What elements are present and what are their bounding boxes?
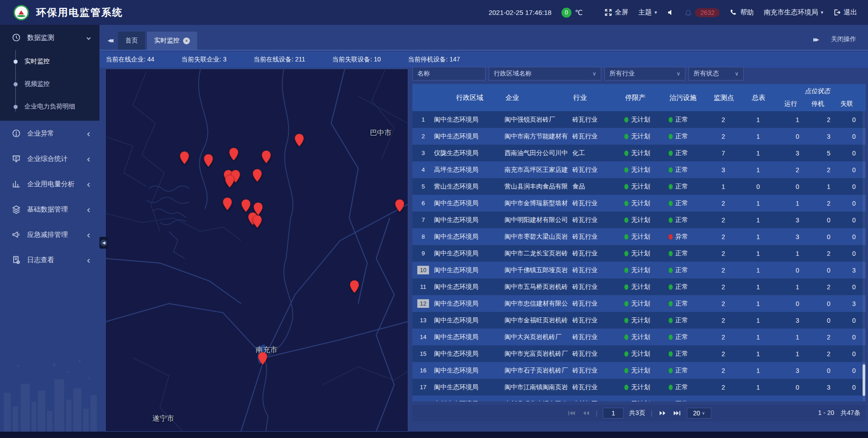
sidebar-item-layers[interactable]: 基础数据管理 [0, 197, 99, 222]
status-filter-select[interactable]: 所有状态∨ [689, 67, 744, 80]
last-page-button[interactable] [672, 410, 681, 417]
table-row[interactable]: 13阆中生态环境局阆中市金福旺页岩机砖砖瓦行业无计划正常21300 [412, 312, 866, 329]
map-pin-icon[interactable] [261, 150, 271, 164]
cell-meters: 1 [738, 200, 778, 207]
status-dot-icon [624, 385, 628, 390]
stat-item: 当前失联企业: 3 [181, 56, 226, 64]
board-icon [12, 154, 21, 163]
table-row[interactable]: 11阆中生态环境局阆中市五马桥页岩机砖砖瓦行业无计划正常21120 [412, 278, 866, 295]
map-pin-icon[interactable] [241, 199, 251, 212]
table-row[interactable]: 16阆中生态环境局阆中市石子页岩机砖厂砖瓦行业无计划正常21300 [412, 362, 866, 379]
status-dot-icon [669, 184, 673, 189]
table-row[interactable]: 14阆中生态环境局阆中大兴页岩机砖厂砖瓦行业无计划正常21120 [412, 329, 866, 345]
next-page-button[interactable] [658, 410, 667, 417]
sidebar-item-label: 数据监测 [27, 33, 86, 42]
org-dropdown[interactable]: 南充市生态环境局▾ [764, 8, 823, 17]
row-number: 11 [412, 283, 434, 291]
cell-region: 营山生态环境局 [434, 183, 505, 191]
tab-home[interactable]: 首页 [118, 32, 145, 50]
map-pin-icon[interactable] [252, 169, 262, 182]
table-row[interactable]: 17阆中生态环境局阆中市江南镇阆南页岩砖瓦行业无计划正常21030 [412, 379, 866, 396]
page-number-input[interactable]: 1 [603, 408, 624, 419]
theme-dropdown[interactable]: 主题▾ [638, 8, 657, 17]
cell-company: 阆中强锐页岩砖厂 [505, 116, 572, 124]
map-pin-icon[interactable] [349, 280, 359, 293]
status-dot-icon [669, 351, 673, 357]
sidebar-subitem[interactable]: 实时监控 [0, 50, 99, 73]
sidebar-item-megaphone[interactable]: 应急减排管理 [0, 222, 99, 247]
table-row[interactable]: 1阆中生态环境局阆中强锐页岩砖厂砖瓦行业无计划正常21120 [412, 111, 866, 128]
cell-offline: 0 [840, 384, 866, 391]
map-pin-icon[interactable] [229, 147, 239, 161]
tab-scroll-right-icon[interactable]: ▶▶ [813, 37, 817, 42]
cell-industry: 砖瓦行业 [572, 283, 624, 291]
tab-scroll-left-icon[interactable]: ◀◀ [108, 38, 112, 43]
table-row[interactable]: 4高坪生态环境局南充市高坪区王家店建砖瓦行业无计划正常31220 [412, 161, 866, 178]
col-plan: 停限产 [624, 94, 669, 102]
table-row[interactable]: 3仪陇生态环境局西南油气田分公司川中化工无计划正常71350 [412, 145, 866, 161]
page-size-select[interactable]: 20∨ [687, 408, 711, 419]
region-filter-select[interactable]: 行政区域名称∨ [489, 67, 601, 80]
cell-region: 高坪生态环境局 [434, 166, 505, 174]
cell-facility-status: 正常 [669, 266, 708, 274]
cell-region: 阆中生态环境局 [434, 383, 505, 391]
table-row[interactable]: 8阆中生态环境局阆中市枣碧大梁山页岩砖瓦行业无计划异常21300 [412, 228, 866, 245]
sidebar-collapse-handle[interactable]: ◀ [99, 237, 108, 249]
first-page-button[interactable] [567, 410, 576, 417]
col-industry: 行业 [572, 94, 624, 102]
table-row[interactable]: 10阆中生态环境局阆中千佛镇五郎垭页岩砖瓦行业无计划正常21003 [412, 262, 866, 278]
cell-meters: 1 [738, 350, 778, 358]
map-pin-icon[interactable] [258, 352, 268, 365]
industry-filter-select[interactable]: 所有行业∨ [604, 67, 685, 80]
table-scrollbar-thumb[interactable] [863, 364, 865, 396]
row-number: 2 [412, 132, 434, 141]
map-pin-icon[interactable] [179, 151, 189, 165]
map-pin-icon[interactable] [395, 199, 405, 212]
table-row[interactable]: 12阆中生态环境局阆中市忠信建材有限公砖瓦行业无计划正常21003 [412, 295, 866, 312]
map-pin-icon[interactable] [222, 197, 232, 211]
map-pin-icon[interactable] [203, 154, 213, 167]
cell-plan: 无计划 [624, 183, 669, 191]
table-row[interactable]: 7阆中生态环境局阆中明阳建材有限公司砖瓦行业无计划正常21300 [412, 212, 866, 228]
cell-company: 阆中千佛镇五郎垭页岩 [505, 266, 572, 274]
table-row[interactable]: 9阆中生态环境局阆中市二龙长宝页岩砖砖瓦行业无计划正常21120 [412, 245, 866, 262]
sidebar-subitem[interactable]: 视频监控 [0, 73, 99, 95]
cell-plan: 无计划 [624, 166, 669, 174]
mute-button[interactable] [667, 9, 675, 16]
prev-page-button[interactable] [581, 410, 590, 417]
map-pin-icon[interactable] [252, 215, 262, 228]
tab-close-icon[interactable]: × [183, 38, 190, 44]
sidebar-item-chart[interactable]: 企业用电量分析 [0, 171, 99, 197]
sidebar-item-board[interactable]: 企业综合统计 [0, 146, 99, 171]
fullscreen-button[interactable]: 全屏 [604, 8, 628, 17]
table-row[interactable]: 15阆中生态环境局阆中市光富页岩机砖厂砖瓦行业无计划正常21120 [412, 345, 866, 362]
cell-plan: 无计划 [624, 216, 669, 224]
map-pin-icon[interactable] [294, 133, 304, 147]
cell-stop: 0 [817, 233, 840, 240]
map-panel[interactable]: 巴中市南充市遂宁市 [105, 69, 408, 432]
cell-run: 1 [778, 350, 817, 358]
table-scrollbar[interactable] [863, 111, 865, 401]
sidebar-subitem[interactable]: 企业电力负荷明细 [0, 95, 99, 118]
cell-meters: 1 [738, 283, 778, 291]
row-number: 3 [412, 149, 434, 157]
map-pin-icon[interactable] [225, 174, 235, 188]
table-row[interactable]: 18南部生态环境局南部县砚华水泥有限公建材加工无计划正常60060 [412, 396, 866, 401]
table-row[interactable]: 5营山生态环境局营山县润丰肉食品有限食品无计划正常10010 [412, 178, 866, 195]
cell-industry: 砖瓦行业 [572, 350, 624, 358]
table-row[interactable]: 6阆中生态环境局阆中市金博瑞新型墙材砖瓦行业无计划正常21120 [412, 195, 866, 212]
logout-button[interactable]: 退出 [833, 8, 857, 17]
chevron-left-icon [86, 257, 91, 263]
sidebar-item-log[interactable]: 日志查看 [0, 247, 99, 273]
notifications[interactable]: 2632 [684, 8, 720, 17]
sidebar-item-gauge[interactable]: 数据监测 [0, 25, 99, 50]
tab-realtime-monitor[interactable]: 实时监控 × [147, 32, 197, 50]
help-button[interactable]: 帮助 [730, 8, 754, 17]
table-row[interactable]: 2阆中生态环境局阆中市南方节能建材有砖瓦行业无计划正常21030 [412, 128, 866, 145]
name-filter-input[interactable]: 名称 [412, 67, 486, 80]
cell-points: 2 [708, 367, 738, 374]
cell-run: 0 [778, 133, 817, 140]
sidebar-item-alert[interactable]: 企业异常 [0, 121, 99, 146]
status-dot-icon [669, 318, 673, 323]
close-operations-button[interactable]: 关闭操作 [831, 35, 856, 43]
